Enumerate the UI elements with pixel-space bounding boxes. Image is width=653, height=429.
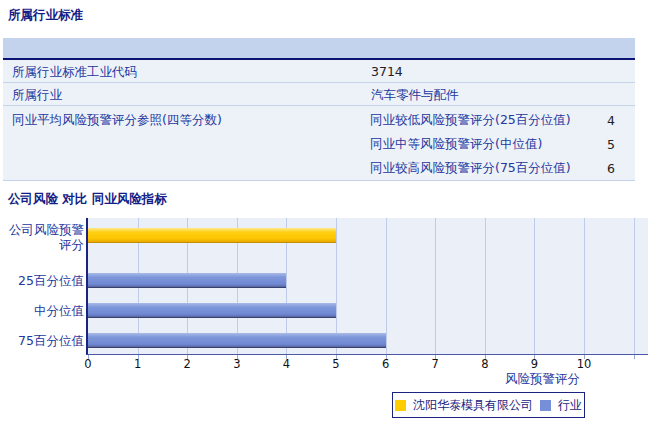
chart-legend: 沈阳华泰模具有限公司 行业 — [392, 392, 585, 418]
table-row-peer-quartiles: 同业平均风险预警评分参照(四等分数) 同业较低风险预警评分(25百分位值) 4 … — [3, 106, 635, 181]
tick-label: 1 — [123, 357, 153, 371]
category-label-中分位值: 中分位值 — [0, 303, 84, 318]
risk-report-page: 所属行业标准 所属行业标准工业代码 3714 所属行业 汽车零件与配件 同业平均… — [0, 0, 653, 429]
tick-label: 0 — [73, 357, 103, 371]
tick-label: 10 — [569, 357, 599, 371]
subrow-label: 同业较高风险预警评分(75百分位值) — [370, 160, 571, 177]
company-bar-公司风险预警评分 — [88, 228, 336, 243]
subrow-value: 6 — [607, 161, 615, 176]
quartile-subrows: 同业较低风险预警评分(25百分位值) 4 同业中等风险预警评分(中位值) 5 同… — [365, 106, 635, 180]
industry-bar-中分位值 — [88, 303, 336, 318]
row-label: 所属行业 — [3, 83, 365, 105]
category-label-公司风险预警评分: 公司风险预警 评分 — [0, 222, 84, 252]
industry-bar-75百分位值 — [88, 333, 386, 348]
tick-label: 4 — [271, 357, 301, 371]
subrow-value: 5 — [607, 137, 615, 152]
legend-company-label: 沈阳华泰模具有限公司 — [413, 397, 533, 414]
table-header-band — [3, 38, 635, 60]
table-row-industry: 所属行业 汽车零件与配件 — [3, 83, 635, 106]
tick-label: 5 — [321, 357, 351, 371]
section-title-industry-standard: 所属行业标准 — [8, 7, 83, 24]
subrow-75th-percentile: 同业较高风险预警评分(75百分位值) 6 — [365, 156, 635, 180]
subrow-label: 同业中等风险预警评分(中位值) — [370, 136, 542, 153]
industry-standard-table: 所属行业标准工业代码 3714 所属行业 汽车零件与配件 同业平均风险预警评分参… — [3, 38, 635, 181]
bar-chart-plot-area — [86, 218, 648, 355]
gridline — [485, 218, 486, 354]
tick-label: 9 — [519, 357, 549, 371]
tick-label: 2 — [172, 357, 202, 371]
subrow-label: 同业较低风险预警评分(25百分位值) — [370, 112, 571, 129]
legend-industry-label: 行业 — [558, 397, 582, 414]
section-title-company-vs-peer: 公司风险 对比 同业风险指标 — [8, 191, 167, 208]
tick-label: 3 — [222, 357, 252, 371]
subrow-value: 4 — [607, 113, 615, 128]
tick-label: 8 — [470, 357, 500, 371]
subrow-25th-percentile: 同业较低风险预警评分(25百分位值) 4 — [365, 108, 635, 132]
tick-mark — [634, 355, 635, 359]
industry-bar-25百分位值 — [88, 273, 286, 288]
row-label: 所属行业标准工业代码 — [3, 60, 365, 82]
row-label: 同业平均风险预警评分参照(四等分数) — [3, 106, 365, 180]
row-value: 3714 — [365, 60, 635, 82]
row-value: 汽车零件与配件 — [365, 83, 635, 105]
gridline — [386, 218, 387, 354]
legend-industry-swatch — [540, 400, 551, 411]
table-row-sic-code: 所属行业标准工业代码 3714 — [3, 60, 635, 83]
category-label-25百分位值: 25百分位值 — [0, 273, 84, 288]
subrow-median: 同业中等风险预警评分(中位值) 5 — [365, 132, 635, 156]
x-axis-title: 风险预警评分 — [420, 371, 580, 388]
tick-label: 7 — [420, 357, 450, 371]
legend-company-swatch — [395, 400, 406, 411]
gridline — [584, 218, 585, 354]
gridline — [435, 218, 436, 354]
gridline — [634, 218, 635, 354]
category-label-75百分位值: 75百分位值 — [0, 333, 84, 348]
gridline — [534, 218, 535, 354]
tick-label: 6 — [371, 357, 401, 371]
